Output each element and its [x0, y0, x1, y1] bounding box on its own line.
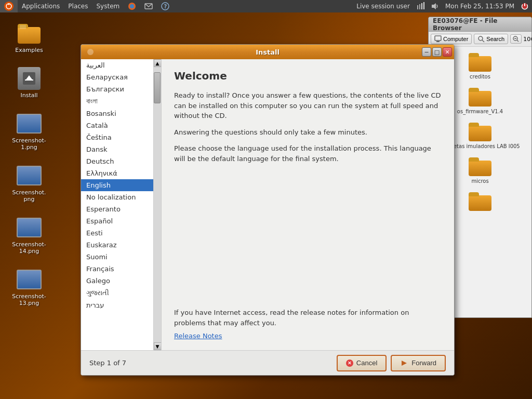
language-item-czech[interactable]: Čeština — [81, 131, 153, 143]
scrollbar-thumb[interactable] — [154, 72, 161, 103]
places-menu[interactable]: Places — [64, 0, 92, 12]
scrollbar-track[interactable] — [154, 67, 162, 342]
screenshot1-icon — [17, 111, 42, 136]
language-item-belarusian[interactable]: Беларуская — [81, 71, 153, 83]
dialog-maximize-btn[interactable]: □ — [432, 47, 442, 57]
svg-text:?: ? — [164, 4, 167, 9]
install-dialog-title: Install — [256, 48, 280, 56]
language-item-english[interactable]: English — [81, 179, 153, 191]
language-item-danish[interactable]: Dansk — [81, 143, 153, 155]
language-item-bulgarian[interactable]: Български — [81, 83, 153, 95]
install-icon — [17, 66, 42, 91]
language-item-bengali[interactable]: বাংলা — [81, 95, 153, 108]
dialog-minimize-btn[interactable]: − — [422, 47, 431, 57]
language-list-container: العربيةБеларускаяБългарскиবাংলাBosanskiC… — [81, 59, 162, 350]
language-item-basque[interactable]: Euskaraz — [81, 239, 153, 251]
screenshot14-label: Screenshot-14.png — [10, 241, 48, 255]
language-item-galician[interactable]: Galego — [81, 275, 153, 287]
language-item-nolocal[interactable]: No localization — [81, 191, 153, 203]
forward-icon — [400, 359, 408, 367]
help-icon[interactable]: ? — [157, 0, 174, 12]
language-item-german[interactable]: Deutsch — [81, 155, 153, 167]
firefox-icon[interactable] — [124, 0, 140, 12]
install-dialog-body: العربيةБеларускаяБългарскиবাংলাBosanskiC… — [81, 59, 454, 350]
svg-rect-17 — [435, 36, 441, 41]
applications-menu[interactable]: Applications — [18, 0, 64, 12]
svg-rect-18 — [436, 41, 440, 42]
fb-zoom-controls: 100% — [510, 34, 532, 44]
svg-marker-11 — [432, 3, 436, 9]
desktop: Applications Places System ? Live s — [0, 0, 532, 399]
language-item-bosnian[interactable]: Bosanski — [81, 108, 153, 119]
system-menu[interactable]: System — [92, 0, 124, 12]
language-item-arabic[interactable]: العربية — [81, 59, 153, 71]
language-item-french[interactable]: Français — [81, 263, 153, 275]
scrollbar-up-btn[interactable]: ▲ — [154, 59, 162, 67]
dialog-close-btn[interactable]: ✕ — [443, 47, 452, 57]
screenshot13-label: Screenshot-13.png — [10, 293, 48, 307]
power-icon[interactable] — [517, 0, 532, 12]
language-item-gujarati[interactable]: ગુજરાતી — [81, 287, 153, 299]
language-item-greek[interactable]: Ελληνικά — [81, 167, 153, 179]
language-scrollbar[interactable]: ▲ ▼ — [153, 59, 161, 350]
ubuntu-logo-icon — [4, 2, 14, 11]
screenshot14-icon — [17, 215, 42, 240]
desktop-icon-screenshot[interactable]: Screenshot.png — [8, 161, 50, 205]
install-dialog-footer: Step 1 of 7 ✕ Cancel Forward — [81, 350, 454, 375]
svg-line-20 — [482, 40, 484, 42]
ubuntu-logo[interactable] — [0, 0, 18, 12]
screenshot1-label: Screenshot-1.png — [10, 137, 48, 151]
network-icon[interactable] — [413, 0, 428, 12]
install-dialog: Install − □ ✕ العربيةБеларускаяБългарски… — [81, 44, 455, 376]
step-label: Step 1 of 7 — [89, 359, 126, 367]
desktop-icon-examples[interactable]: Examples — [8, 19, 50, 56]
screenshot-icon — [17, 163, 42, 188]
footer-buttons: ✕ Cancel Forward — [337, 355, 446, 371]
examples-folder-icon — [17, 21, 42, 46]
install-label: Install — [20, 92, 37, 99]
language-item-estonian[interactable]: Eesti — [81, 227, 153, 239]
panel-right: Live session user Mon Feb 25, 11:53 PM — [353, 0, 532, 12]
desktop-icon-install[interactable]: Install — [8, 64, 50, 101]
svg-rect-8 — [419, 4, 420, 9]
screenshot-label: Screenshot.png — [10, 189, 48, 203]
datetime[interactable]: Mon Feb 25, 11:53 PM — [442, 0, 517, 12]
language-item-catalan[interactable]: Català — [81, 119, 153, 131]
fb-micros-label: micros — [471, 178, 488, 184]
release-notes-text: If you have Internet access, read the re… — [174, 308, 442, 328]
svg-point-28 — [87, 49, 94, 55]
language-item-spanish[interactable]: Español — [81, 215, 153, 227]
welcome-text-3: Please choose the language used for the … — [174, 143, 442, 164]
release-notes-link[interactable]: Release Notes — [174, 332, 222, 340]
welcome-content: Welcome Ready to install? Once you answe… — [162, 59, 454, 350]
welcome-text-2: Answering the questions should only take… — [174, 127, 442, 138]
language-list[interactable]: العربيةБеларускаяБългарскиবাংলাBosanskiC… — [81, 59, 153, 350]
dialog-drag-icon — [85, 47, 96, 57]
forward-button[interactable]: Forward — [391, 355, 446, 371]
desktop-icon-screenshot14[interactable]: Screenshot-14.png — [8, 213, 50, 257]
language-item-hebrew[interactable]: עברית — [81, 299, 153, 311]
svg-point-1 — [8, 4, 10, 5]
fb-zoom-out-btn[interactable] — [510, 34, 522, 44]
svg-rect-15 — [25, 79, 33, 81]
fb-firmware-label: os_firmware_V1.4 — [457, 109, 503, 114]
scrollbar-down-btn[interactable]: ▼ — [154, 342, 162, 350]
fb-search-btn[interactable]: Search — [474, 34, 508, 44]
zoom-level: 100% — [523, 36, 532, 43]
volume-icon[interactable] — [428, 0, 442, 12]
desktop-icon-screenshot13[interactable]: Screenshot-13.png — [8, 265, 50, 309]
cancel-button[interactable]: ✕ Cancel — [337, 355, 387, 371]
fb-creditos-label: creditos — [470, 74, 490, 79]
welcome-text-1: Ready to install? Once you answer a few … — [174, 90, 442, 121]
language-item-esperanto[interactable]: Esperanto — [81, 203, 153, 215]
language-item-finnish[interactable]: Suomi — [81, 251, 153, 263]
fb-computer-btn[interactable]: Computer — [431, 34, 472, 44]
mail-icon[interactable] — [140, 0, 157, 12]
svg-marker-29 — [402, 361, 407, 366]
panel-left: Applications Places System ? — [0, 0, 174, 12]
welcome-title: Welcome — [174, 70, 442, 82]
release-notes-section: If you have Internet access, read the re… — [174, 308, 442, 340]
session-user: Live session user — [353, 0, 413, 12]
install-dialog-titlebar: Install − □ ✕ — [81, 45, 454, 59]
desktop-icon-screenshot1[interactable]: Screenshot-1.png — [8, 109, 50, 153]
